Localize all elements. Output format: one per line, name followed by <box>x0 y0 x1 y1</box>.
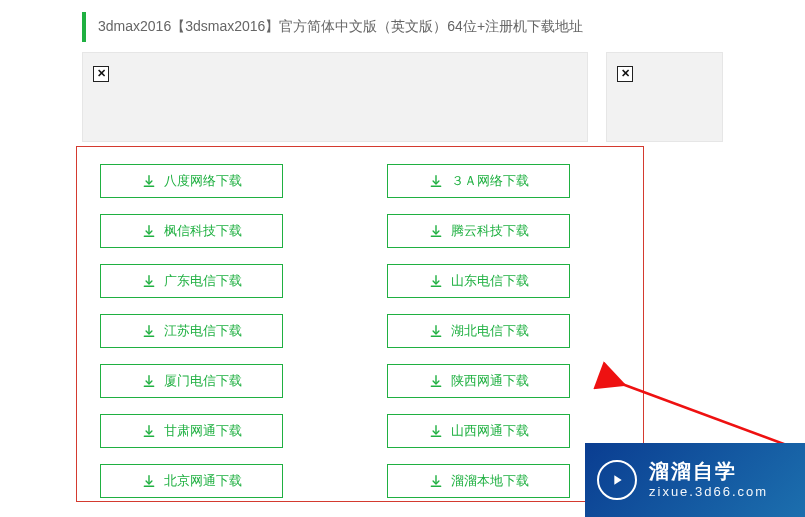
download-icon <box>142 224 156 238</box>
watermark-play-icon <box>597 460 637 500</box>
download-button[interactable]: ３Ａ网络下载 <box>387 164 570 198</box>
download-button[interactable]: 江苏电信下载 <box>100 314 283 348</box>
watermark-url: zixue.3d66.com <box>649 484 768 500</box>
download-button[interactable]: 北京网通下载 <box>100 464 283 498</box>
download-button[interactable]: 甘肃网通下载 <box>100 414 283 448</box>
download-icon <box>142 324 156 338</box>
download-label: 溜溜本地下载 <box>451 472 529 490</box>
side-column: ✕ <box>606 52 723 498</box>
download-label: ３Ａ网络下载 <box>451 172 529 190</box>
download-icon <box>429 224 443 238</box>
download-icon <box>429 174 443 188</box>
download-icon <box>142 174 156 188</box>
download-label: 腾云科技下载 <box>451 222 529 240</box>
download-label: 厦门电信下载 <box>164 372 242 390</box>
watermark-text: 溜溜自学 zixue.3d66.com <box>649 459 768 500</box>
download-section-title: 3dmax2016【3dsmax2016】官方简体中文版（英文版）64位+注册机… <box>82 12 723 42</box>
download-button[interactable]: 厦门电信下载 <box>100 364 283 398</box>
download-label: 山西网通下载 <box>451 422 529 440</box>
download-icon <box>429 374 443 388</box>
download-icon <box>142 374 156 388</box>
broken-image-icon: ✕ <box>93 66 109 82</box>
download-icon <box>429 424 443 438</box>
download-icon <box>429 324 443 338</box>
download-label: 山东电信下载 <box>451 272 529 290</box>
download-label: 湖北电信下载 <box>451 322 529 340</box>
ad-card-side: ✕ <box>606 52 723 142</box>
download-icon <box>429 474 443 488</box>
download-icon <box>142 274 156 288</box>
download-icon <box>429 274 443 288</box>
ad-card-main: ✕ <box>82 52 588 142</box>
download-button[interactable]: 广东电信下载 <box>100 264 283 298</box>
download-icon <box>142 424 156 438</box>
download-button[interactable]: 枫信科技下载 <box>100 214 283 248</box>
title-text: 3dmax2016【3dsmax2016】官方简体中文版（英文版）64位+注册机… <box>98 18 583 34</box>
download-button[interactable]: 山东电信下载 <box>387 264 570 298</box>
download-button[interactable]: 山西网通下载 <box>387 414 570 448</box>
broken-image-icon: ✕ <box>617 66 633 82</box>
watermark-title: 溜溜自学 <box>649 459 768 484</box>
watermark-logo: 溜溜自学 zixue.3d66.com <box>585 443 805 517</box>
download-label: 枫信科技下载 <box>164 222 242 240</box>
download-button[interactable]: 溜溜本地下载 <box>387 464 570 498</box>
download-label: 江苏电信下载 <box>164 322 242 340</box>
download-label: 甘肃网通下载 <box>164 422 242 440</box>
download-links-grid: 八度网络下载 ３Ａ网络下载 枫信科技下载 腾云科技下载 <box>82 164 588 498</box>
download-label: 八度网络下载 <box>164 172 242 190</box>
content-columns: ✕ 八度网络下载 ３Ａ网络下载 枫信科技下载 <box>82 52 723 498</box>
download-icon <box>142 474 156 488</box>
download-label: 陕西网通下载 <box>451 372 529 390</box>
download-button[interactable]: 八度网络下载 <box>100 164 283 198</box>
download-label: 广东电信下载 <box>164 272 242 290</box>
download-button[interactable]: 陕西网通下载 <box>387 364 570 398</box>
download-button[interactable]: 湖北电信下载 <box>387 314 570 348</box>
main-column: ✕ 八度网络下载 ３Ａ网络下载 枫信科技下载 <box>82 52 588 498</box>
download-button[interactable]: 腾云科技下载 <box>387 214 570 248</box>
download-label: 北京网通下载 <box>164 472 242 490</box>
